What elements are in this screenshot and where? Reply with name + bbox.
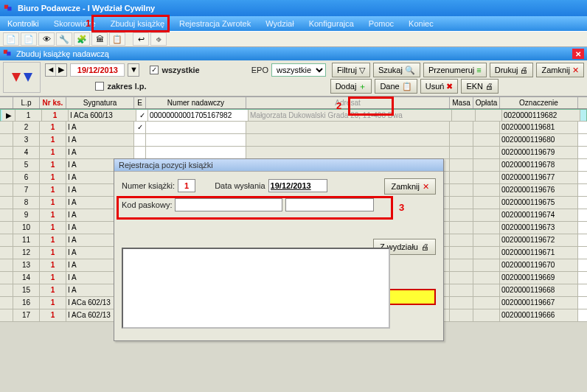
menu-wydzial[interactable]: Wydział	[258, 16, 301, 31]
svg-rect-1	[7, 7, 11, 10]
menu-zbuduj[interactable]: Zbuduj książkę	[103, 16, 172, 31]
table-row[interactable]: 21I A✓0020000119681	[0, 122, 587, 134]
przenumeruj-button[interactable]: Przenumeruj≡	[423, 63, 487, 77]
popup-title: Rejestracja pozycji książki	[114, 159, 443, 172]
kod-input-2[interactable]	[285, 198, 374, 211]
menu-koniec[interactable]: Koniec	[401, 16, 441, 31]
col-ozn[interactable]: Oznaczenie	[500, 97, 578, 108]
table-row[interactable]: 41I A0020000119679	[0, 147, 587, 159]
toolbar-btn-4[interactable]: 🔧	[56, 32, 72, 46]
menu-pomoc[interactable]: Pomoc	[361, 16, 401, 31]
close-icon[interactable]: ✕	[572, 49, 584, 59]
kod-label: Kod paskowy:	[122, 200, 172, 209]
popup-yellow-button[interactable]	[383, 289, 436, 305]
svg-rect-3	[7, 52, 10, 55]
menu-skorowidze[interactable]: Skorowidze	[46, 16, 103, 31]
toolbar-btn-1[interactable]: 📄	[3, 32, 19, 46]
window-title: Biuro Podawcze - I Wydział Cywilny	[18, 4, 155, 13]
subwindow-icon	[3, 48, 13, 60]
drukuj-button[interactable]: Drukuj🖨	[490, 63, 534, 77]
numer-label: Numer książki:	[122, 181, 175, 190]
title-bar: Biuro Podawcze - I Wydział Cywilny	[0, 0, 587, 16]
popup-zamknij-button[interactable]: Zamknij✕	[384, 178, 436, 195]
epo-label: EPO	[251, 66, 268, 74]
zamknij-button[interactable]: Zamknij✕	[536, 63, 584, 77]
svg-marker-5	[24, 73, 32, 82]
dane-button[interactable]: Dane📋	[375, 79, 417, 94]
col-nrks[interactable]: Nr ks.	[40, 97, 66, 108]
toolbar-btn-2[interactable]: 📄	[21, 32, 37, 46]
subwindow-header: Zbuduj książkę nadawczą ✕	[0, 47, 587, 60]
annotation-num-3: 3	[399, 202, 404, 213]
filter-bar: ◄▶ 19/12/2013 ▼ ✓ wszystkie EPO wszystki…	[0, 60, 587, 97]
annotation-num-2: 2	[336, 100, 341, 111]
col-lp[interactable]: L.p	[13, 97, 40, 108]
date-dropdown[interactable]: ▼	[128, 63, 139, 77]
col-syg[interactable]: Sygnatura	[66, 97, 134, 108]
subwindow-title: Zbuduj książkę nadawczą	[16, 49, 109, 58]
numer-input[interactable]	[178, 179, 195, 192]
toolbar-btn-5[interactable]: 🧩	[74, 32, 90, 46]
popup-textarea[interactable]	[122, 248, 390, 329]
zakres-label: zakres l.p.	[107, 82, 146, 91]
wszystkie-checkbox[interactable]: ✓	[150, 66, 159, 74]
wszystkie-label: wszystkie	[161, 66, 199, 74]
toolbar-btn-7[interactable]: 📋	[109, 32, 125, 46]
filter-left-icons	[3, 62, 41, 93]
epo-select[interactable]: wszystkie	[271, 63, 326, 77]
zakres-checkbox[interactable]	[95, 82, 104, 91]
usun-button[interactable]: Usuń✖	[420, 79, 459, 94]
dodaj-button[interactable]: Dodaj＋	[330, 79, 372, 94]
ekn-button[interactable]: EKN🖨	[461, 79, 499, 94]
toolbar-btn-8[interactable]: ↩	[133, 32, 149, 46]
toolbar-btn-6[interactable]: 🏛	[91, 32, 108, 46]
kod-input-1[interactable]	[175, 198, 282, 211]
data-label: Data wysłania	[215, 181, 265, 190]
app-icon	[3, 2, 15, 14]
col-opl[interactable]: Opłata	[473, 97, 500, 108]
table-row[interactable]: ▶11I ACa 600/13✓00000000001705167982Małg…	[0, 109, 587, 122]
menu-kontrolki[interactable]: Kontrolki	[0, 16, 46, 31]
col-adr[interactable]: Adresat	[246, 97, 450, 108]
table-row[interactable]: 31I A0020000119680	[0, 134, 587, 147]
register-popup: Rejestracja pozycji książki Numer książk…	[114, 158, 444, 341]
main-toolbar: 📄 📄 👁 🔧 🧩 🏛 📋 ↩ ⎆	[0, 31, 587, 47]
col-masa[interactable]: Masa	[450, 97, 473, 108]
grid-header: L.p Nr ks. Sygnatura E Numer nadawczy Ad…	[0, 97, 587, 109]
szukaj-button[interactable]: Szukaj🔍	[373, 63, 420, 77]
data-input[interactable]	[268, 179, 327, 192]
col-num[interactable]: Numer nadawczy	[146, 97, 246, 108]
svg-marker-4	[12, 73, 21, 82]
toolbar-btn-3[interactable]: 👁	[38, 32, 55, 46]
toolbar-btn-9[interactable]: ⎆	[150, 32, 167, 46]
date-nav[interactable]: ◄▶	[45, 63, 67, 77]
annotation-num-1: 1	[86, 18, 91, 29]
menu-konfig[interactable]: Konfigurajca	[302, 16, 361, 31]
date-field[interactable]: 19/12/2013	[70, 63, 125, 77]
col-e[interactable]: E	[134, 97, 146, 108]
filtruj-button[interactable]: Filtruj▽	[332, 63, 370, 77]
menu-rejestracja[interactable]: Rejestracja Zwrotek	[172, 16, 258, 31]
